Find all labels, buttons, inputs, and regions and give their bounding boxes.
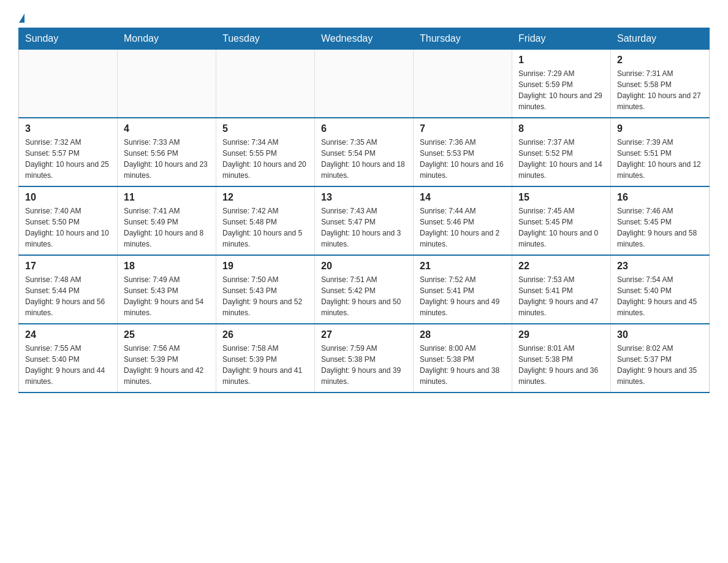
day-number: 15 xyxy=(518,192,604,203)
weekday-header-saturday: Saturday xyxy=(611,28,710,50)
day-number: 9 xyxy=(617,123,703,134)
calendar-cell: 11Sunrise: 7:41 AMSunset: 5:49 PMDayligh… xyxy=(118,186,216,255)
day-number: 8 xyxy=(518,123,604,134)
day-number: 2 xyxy=(617,55,703,66)
day-info: Sunrise: 7:41 AMSunset: 5:49 PMDaylight:… xyxy=(124,205,210,250)
day-number: 17 xyxy=(25,261,111,272)
calendar-cell: 29Sunrise: 8:01 AMSunset: 5:38 PMDayligh… xyxy=(512,324,611,393)
calendar-cell: 2Sunrise: 7:31 AMSunset: 5:58 PMDaylight… xyxy=(611,50,710,118)
day-info: Sunrise: 7:35 AMSunset: 5:54 PMDaylight:… xyxy=(321,137,407,181)
day-number: 14 xyxy=(420,192,506,203)
day-info: Sunrise: 7:40 AMSunset: 5:50 PMDaylight:… xyxy=(25,205,111,250)
calendar-body: 1Sunrise: 7:29 AMSunset: 5:59 PMDaylight… xyxy=(19,50,710,393)
calendar-cell xyxy=(414,50,512,118)
day-info: Sunrise: 7:33 AMSunset: 5:56 PMDaylight:… xyxy=(124,137,210,181)
day-number: 3 xyxy=(25,123,111,134)
calendar-cell: 20Sunrise: 7:51 AMSunset: 5:42 PMDayligh… xyxy=(315,255,414,324)
calendar-cell xyxy=(315,50,414,118)
day-number: 6 xyxy=(321,123,407,134)
calendar-cell: 26Sunrise: 7:58 AMSunset: 5:39 PMDayligh… xyxy=(216,324,315,393)
day-number: 13 xyxy=(321,192,407,203)
calendar-cell: 16Sunrise: 7:46 AMSunset: 5:45 PMDayligh… xyxy=(611,186,710,255)
day-number: 21 xyxy=(420,261,506,272)
calendar-cell: 7Sunrise: 7:36 AMSunset: 5:53 PMDaylight… xyxy=(414,118,512,186)
calendar-cell: 28Sunrise: 8:00 AMSunset: 5:38 PMDayligh… xyxy=(414,324,512,393)
calendar-week-2: 3Sunrise: 7:32 AMSunset: 5:57 PMDaylight… xyxy=(19,118,710,186)
calendar-cell: 25Sunrise: 7:56 AMSunset: 5:39 PMDayligh… xyxy=(118,324,216,393)
logo xyxy=(18,12,25,21)
calendar-week-1: 1Sunrise: 7:29 AMSunset: 5:59 PMDaylight… xyxy=(19,50,710,118)
calendar-cell: 6Sunrise: 7:35 AMSunset: 5:54 PMDaylight… xyxy=(315,118,414,186)
calendar-cell: 1Sunrise: 7:29 AMSunset: 5:59 PMDaylight… xyxy=(512,50,611,118)
calendar-cell: 13Sunrise: 7:43 AMSunset: 5:47 PMDayligh… xyxy=(315,186,414,255)
day-info: Sunrise: 7:54 AMSunset: 5:40 PMDaylight:… xyxy=(617,274,703,318)
weekday-header-tuesday: Tuesday xyxy=(216,28,315,50)
calendar-cell: 17Sunrise: 7:48 AMSunset: 5:44 PMDayligh… xyxy=(19,255,118,324)
day-number: 22 xyxy=(518,261,604,272)
calendar-cell xyxy=(216,50,315,118)
day-info: Sunrise: 7:59 AMSunset: 5:38 PMDaylight:… xyxy=(321,343,407,387)
day-number: 10 xyxy=(25,192,111,203)
day-info: Sunrise: 7:56 AMSunset: 5:39 PMDaylight:… xyxy=(124,343,210,387)
weekday-header-row: SundayMondayTuesdayWednesdayThursdayFrid… xyxy=(19,28,710,50)
calendar-cell: 9Sunrise: 7:39 AMSunset: 5:51 PMDaylight… xyxy=(611,118,710,186)
weekday-header-wednesday: Wednesday xyxy=(315,28,414,50)
calendar-cell: 4Sunrise: 7:33 AMSunset: 5:56 PMDaylight… xyxy=(118,118,216,186)
day-number: 30 xyxy=(617,329,703,340)
calendar-week-5: 24Sunrise: 7:55 AMSunset: 5:40 PMDayligh… xyxy=(19,324,710,393)
day-info: Sunrise: 7:29 AMSunset: 5:59 PMDaylight:… xyxy=(518,68,604,112)
calendar-header: SundayMondayTuesdayWednesdayThursdayFrid… xyxy=(19,28,710,50)
day-number: 28 xyxy=(420,329,506,340)
day-number: 23 xyxy=(617,261,703,272)
calendar-week-3: 10Sunrise: 7:40 AMSunset: 5:50 PMDayligh… xyxy=(19,186,710,255)
day-info: Sunrise: 7:55 AMSunset: 5:40 PMDaylight:… xyxy=(25,343,111,387)
day-number: 24 xyxy=(25,329,111,340)
calendar-cell: 12Sunrise: 7:42 AMSunset: 5:48 PMDayligh… xyxy=(216,186,315,255)
day-info: Sunrise: 7:37 AMSunset: 5:52 PMDaylight:… xyxy=(518,137,604,181)
day-number: 11 xyxy=(124,192,210,203)
day-number: 12 xyxy=(222,192,308,203)
day-number: 18 xyxy=(124,261,210,272)
day-info: Sunrise: 7:42 AMSunset: 5:48 PMDaylight:… xyxy=(222,205,308,250)
calendar-cell: 18Sunrise: 7:49 AMSunset: 5:43 PMDayligh… xyxy=(118,255,216,324)
day-info: Sunrise: 7:34 AMSunset: 5:55 PMDaylight:… xyxy=(222,137,308,181)
calendar-cell: 23Sunrise: 7:54 AMSunset: 5:40 PMDayligh… xyxy=(611,255,710,324)
calendar-cell: 8Sunrise: 7:37 AMSunset: 5:52 PMDaylight… xyxy=(512,118,611,186)
day-info: Sunrise: 7:50 AMSunset: 5:43 PMDaylight:… xyxy=(222,274,308,318)
day-info: Sunrise: 7:44 AMSunset: 5:46 PMDaylight:… xyxy=(420,205,506,250)
calendar-cell: 22Sunrise: 7:53 AMSunset: 5:41 PMDayligh… xyxy=(512,255,611,324)
calendar-cell: 27Sunrise: 7:59 AMSunset: 5:38 PMDayligh… xyxy=(315,324,414,393)
day-info: Sunrise: 7:49 AMSunset: 5:43 PMDaylight:… xyxy=(124,274,210,318)
calendar-cell: 10Sunrise: 7:40 AMSunset: 5:50 PMDayligh… xyxy=(19,186,118,255)
calendar-cell: 3Sunrise: 7:32 AMSunset: 5:57 PMDaylight… xyxy=(19,118,118,186)
calendar-week-4: 17Sunrise: 7:48 AMSunset: 5:44 PMDayligh… xyxy=(19,255,710,324)
day-info: Sunrise: 7:43 AMSunset: 5:47 PMDaylight:… xyxy=(321,205,407,250)
day-info: Sunrise: 7:46 AMSunset: 5:45 PMDaylight:… xyxy=(617,205,703,250)
logo-triangle-icon xyxy=(19,13,25,23)
weekday-header-friday: Friday xyxy=(512,28,611,50)
day-info: Sunrise: 7:52 AMSunset: 5:41 PMDaylight:… xyxy=(420,274,506,318)
calendar-cell xyxy=(118,50,216,118)
day-number: 4 xyxy=(124,123,210,134)
calendar-cell: 30Sunrise: 8:02 AMSunset: 5:37 PMDayligh… xyxy=(611,324,710,393)
day-info: Sunrise: 7:48 AMSunset: 5:44 PMDaylight:… xyxy=(25,274,111,318)
day-number: 26 xyxy=(222,329,308,340)
calendar-cell: 15Sunrise: 7:45 AMSunset: 5:45 PMDayligh… xyxy=(512,186,611,255)
day-info: Sunrise: 7:45 AMSunset: 5:45 PMDaylight:… xyxy=(518,205,604,250)
day-number: 1 xyxy=(518,55,604,66)
calendar-cell: 19Sunrise: 7:50 AMSunset: 5:43 PMDayligh… xyxy=(216,255,315,324)
header xyxy=(18,12,710,21)
weekday-header-sunday: Sunday xyxy=(19,28,118,50)
calendar-cell: 5Sunrise: 7:34 AMSunset: 5:55 PMDaylight… xyxy=(216,118,315,186)
day-number: 27 xyxy=(321,329,407,340)
day-info: Sunrise: 7:39 AMSunset: 5:51 PMDaylight:… xyxy=(617,137,703,181)
day-info: Sunrise: 8:00 AMSunset: 5:38 PMDaylight:… xyxy=(420,343,506,387)
calendar-cell: 14Sunrise: 7:44 AMSunset: 5:46 PMDayligh… xyxy=(414,186,512,255)
weekday-header-thursday: Thursday xyxy=(414,28,512,50)
day-info: Sunrise: 8:02 AMSunset: 5:37 PMDaylight:… xyxy=(617,343,703,387)
day-number: 7 xyxy=(420,123,506,134)
day-info: Sunrise: 7:53 AMSunset: 5:41 PMDaylight:… xyxy=(518,274,604,318)
day-info: Sunrise: 7:51 AMSunset: 5:42 PMDaylight:… xyxy=(321,274,407,318)
day-number: 25 xyxy=(124,329,210,340)
calendar-cell xyxy=(19,50,118,118)
